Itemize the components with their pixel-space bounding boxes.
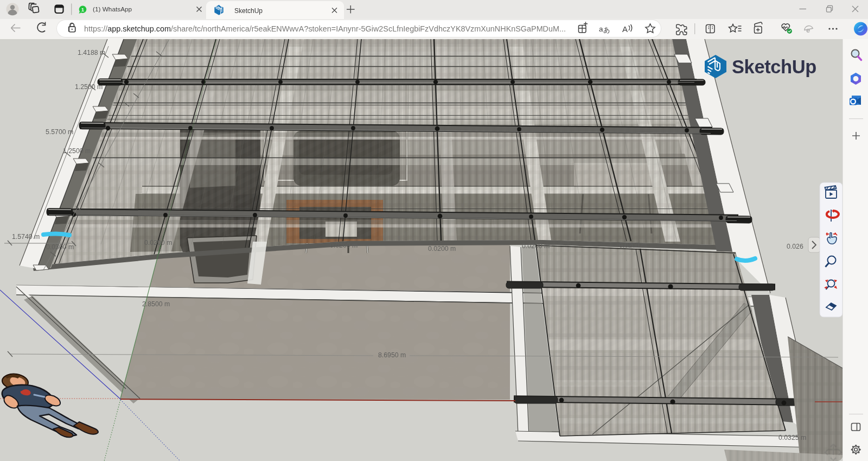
- svg-text:1.5740 m: 1.5740 m: [12, 233, 40, 241]
- svg-text:2.8500 m: 2.8500 m: [142, 300, 170, 308]
- svg-text:1.2500 m: 1.2500 m: [63, 147, 91, 155]
- svg-text:0.0200 m: 0.0200 m: [428, 245, 456, 252]
- svg-text:0.026: 0.026: [787, 243, 803, 250]
- svg-text:(1) WhatsApp: (1) WhatsApp: [93, 5, 132, 13]
- svg-text:1.4188 m: 1.4188 m: [78, 49, 105, 56]
- svg-text:0.0200 m: 0.0200 m: [522, 242, 550, 250]
- svg-text:8.6950 m: 8.6950 m: [378, 351, 406, 359]
- svg-text:0.0200 m: 0.0200 m: [144, 239, 172, 247]
- svg-text:0.0200 m: 0.0200 m: [619, 242, 647, 249]
- svg-text:1: 1: [81, 7, 85, 12]
- svg-text:1.2500 m: 1.2500 m: [75, 83, 103, 91]
- svg-text:0.0325 m: 0.0325 m: [778, 434, 806, 441]
- svg-text:0.0300 m: 0.0300 m: [46, 243, 74, 251]
- svg-text:0.0200 m: 0.0200 m: [330, 242, 358, 249]
- svg-text:e: e: [806, 26, 810, 34]
- svg-text:5.5700 m: 5.5700 m: [46, 128, 73, 136]
- svg-text:SketchUp: SketchUp: [234, 7, 263, 15]
- svg-text:SketchUp: SketchUp: [732, 56, 816, 77]
- svg-text:https://app.sketchup.com/share: https://app.sketchup.com/share/tc/northA…: [84, 24, 566, 33]
